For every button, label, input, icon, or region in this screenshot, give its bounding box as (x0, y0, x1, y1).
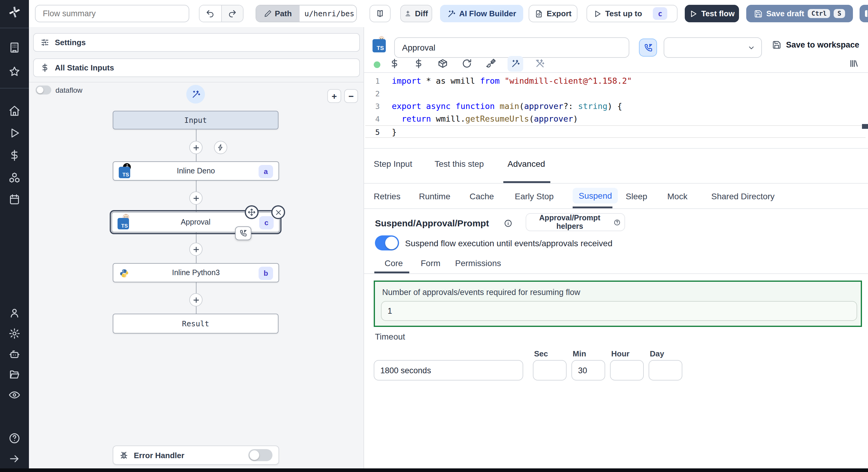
flow-summary-input[interactable] (35, 5, 189, 22)
deploy-button-partial[interactable] (860, 5, 868, 22)
flow-node-result[interactable]: Result (113, 314, 278, 334)
test-up-to-button[interactable]: Test up to c (587, 5, 678, 22)
bottom-edge (0, 468, 868, 472)
settings-gear-icon[interactable] (8, 328, 21, 340)
help-icon[interactable] (8, 432, 21, 444)
home-icon[interactable] (8, 105, 21, 117)
code-editor[interactable]: 1import * as wmill from "windmill-client… (365, 75, 866, 138)
timeout-min-input[interactable]: 30 (571, 360, 605, 380)
export-button[interactable]: Export (529, 5, 578, 22)
flow-panel-divider (29, 82, 364, 82)
collapse-arrow-icon[interactable] (8, 453, 21, 465)
ai-flow-builder-button[interactable]: AI Flow Builder (440, 5, 523, 22)
code-line-3[interactable]: 3export async function main(approver?: s… (365, 100, 866, 112)
subtab-suspend-active[interactable]: Suspend (572, 188, 618, 203)
flow-settings-row[interactable]: Settings (33, 33, 360, 52)
subtab-cache[interactable]: Cache (470, 192, 494, 201)
dataflow-toggle[interactable] (36, 86, 51, 95)
timeout-day-input[interactable] (649, 360, 682, 380)
subtab-sleep[interactable]: Sleep (626, 192, 647, 201)
user-icon[interactable] (8, 307, 21, 319)
trigger-zap-button[interactable] (214, 141, 227, 154)
path-control[interactable]: Path u/henri/bes (255, 5, 357, 22)
error-handler-row[interactable]: Error Handler (113, 445, 279, 465)
code-line-2[interactable]: 2 (365, 87, 866, 100)
folders-icon[interactable] (8, 368, 21, 380)
test-flow-button[interactable]: Test flow (685, 5, 739, 22)
suspend-heading: Suspend/Approval/Prompt (375, 218, 489, 228)
windmill-logo[interactable] (8, 5, 21, 19)
resources-boxes-icon[interactable] (8, 172, 21, 183)
settings-label: Settings (55, 38, 86, 47)
approval-prompt-helpers-button[interactable]: Approval/Prompt helpers (526, 213, 625, 231)
variables-dollar-icon[interactable] (8, 149, 21, 161)
subtab-retries[interactable]: Retries (374, 192, 401, 201)
add-step-button-2[interactable] (189, 192, 203, 205)
approvals-input[interactable]: 1 (381, 301, 857, 321)
subtab-shared-directory[interactable]: Shared Directory (711, 192, 775, 201)
code-line-4[interactable]: 4 return wmill.getResumeUrls(approver) (365, 112, 866, 125)
code-line-5[interactable]: 5} (365, 125, 866, 138)
subtab-runtime[interactable]: Runtime (419, 192, 450, 201)
flow-node-inline-deno[interactable]: TS Inline Deno a (113, 161, 279, 180)
variables-picker-icon[interactable] (413, 58, 424, 69)
add-step-button-4[interactable] (189, 293, 203, 306)
format-brush-icon[interactable] (486, 58, 496, 69)
audit-eye-icon[interactable] (8, 389, 21, 401)
static-inputs-icon[interactable] (390, 58, 400, 69)
suspend-tab-form[interactable]: Form (421, 258, 440, 268)
all-static-inputs-row[interactable]: All Static Inputs (33, 58, 360, 77)
diff-button[interactable]: Diff (400, 5, 432, 22)
min-label: Min (572, 349, 586, 358)
docs-book-button[interactable] (370, 5, 391, 22)
subtab-mock[interactable]: Mock (667, 192, 687, 201)
approval-phone-button[interactable] (639, 38, 657, 57)
script-version-select[interactable] (664, 37, 762, 58)
timeout-hour-input[interactable] (610, 360, 644, 380)
save-draft-button[interactable]: Save draft Ctrl S (746, 5, 853, 22)
info-icon[interactable] (504, 219, 513, 228)
flow-ai-wand-button[interactable] (186, 85, 205, 104)
inline-python-badge: b (258, 267, 273, 280)
move-node-handle[interactable] (245, 205, 258, 219)
schedules-calendar-icon[interactable] (8, 193, 21, 205)
approval-node-label: Approval (181, 218, 211, 226)
ai-off-icon[interactable] (535, 58, 545, 69)
tabs-divider-bottom (364, 208, 868, 209)
approvals-required-box: Number of approvals/events required for … (374, 280, 862, 327)
reload-icon[interactable] (462, 58, 472, 69)
flow-node-inline-python[interactable]: Inline Python3 b (113, 263, 279, 282)
zoom-in-button[interactable]: + (327, 89, 341, 103)
ai-assistant-active-icon[interactable] (507, 56, 523, 72)
save-to-workspace-button[interactable]: Save to workspace (772, 40, 859, 49)
undo-button[interactable] (199, 5, 221, 22)
suspend-toggle[interactable] (375, 235, 399, 250)
flow-node-input[interactable]: Input (113, 111, 278, 129)
step-name-input[interactable] (394, 37, 629, 58)
timeout-total-input[interactable]: 1800 seconds (374, 360, 523, 380)
runs-play-icon[interactable] (8, 127, 21, 139)
tab-step-input[interactable]: Step Input (374, 159, 412, 169)
workspace-building-icon[interactable] (8, 41, 21, 54)
approval-phone-chip[interactable] (235, 226, 251, 240)
add-step-button-3[interactable] (189, 243, 203, 256)
package-icon[interactable] (438, 58, 448, 69)
library-icon[interactable] (849, 58, 859, 69)
step-typescript-icon: TS (373, 39, 386, 53)
subtab-early-stop[interactable]: Early Stop (515, 192, 554, 201)
add-step-button-1[interactable] (189, 141, 203, 154)
tab-test-this-step[interactable]: Test this step (435, 159, 484, 169)
code-line-1[interactable]: 1import * as wmill from "windmill-client… (365, 75, 866, 87)
suspend-tab-core[interactable]: Core (384, 258, 403, 268)
result-node-label: Result (182, 319, 209, 328)
favorites-star-icon[interactable] (8, 66, 21, 78)
timeout-sec-input[interactable] (533, 360, 567, 380)
delete-node-button[interactable] (271, 205, 285, 219)
step-detail-panel: TS Save to workspace (364, 27, 868, 468)
tab-advanced[interactable]: Advanced (507, 159, 545, 169)
redo-button[interactable] (221, 5, 243, 22)
workers-robot-icon[interactable] (8, 348, 21, 360)
error-handler-toggle[interactable] (248, 449, 273, 461)
zoom-out-button[interactable]: − (344, 89, 358, 103)
suspend-tab-permissions[interactable]: Permissions (455, 258, 501, 268)
